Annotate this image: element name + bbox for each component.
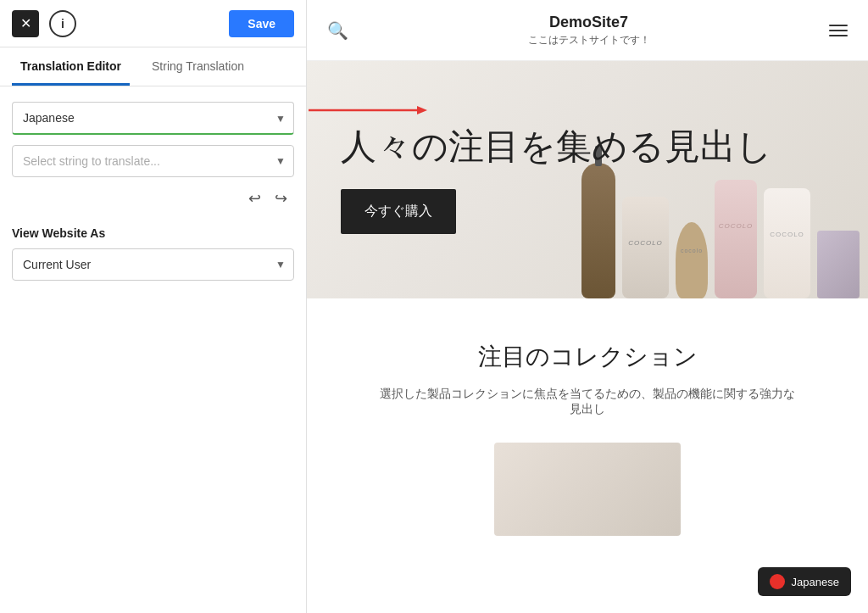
site-header: 🔍 DemoSite7 ここはテストサイトです！ <box>307 0 868 61</box>
language-dropdown[interactable]: Japanese English French Spanish <box>12 102 294 135</box>
site-subtitle: ここはテストサイトです！ <box>528 33 650 47</box>
flag-icon <box>770 574 785 589</box>
hero-heading: 人々の注目を集める見出し <box>341 125 772 168</box>
site-title: DemoSite7 <box>528 14 650 31</box>
undo-redo-row: ↩ ↪ <box>12 187 294 209</box>
view-label: View Website As <box>12 226 294 240</box>
search-icon[interactable]: 🔍 <box>327 20 348 41</box>
tabs: Translation Editor String Translation <box>0 47 306 86</box>
redo-button[interactable]: ↪ <box>271 187 291 209</box>
panel-content: Japanese English French Spanish ▼ Select… <box>0 86 306 296</box>
collection-title: 注目のコレクション <box>327 341 848 373</box>
language-badge[interactable]: Japanese <box>758 567 851 596</box>
view-section: View Website As Current User Logged Out … <box>12 226 294 281</box>
view-dropdown-wrapper: Current User Logged Out User Admin ▼ <box>12 248 294 281</box>
save-button[interactable]: Save <box>229 10 294 37</box>
top-bar: ✕ i Save <box>0 0 306 47</box>
header-center: DemoSite7 ここはテストサイトです！ <box>528 14 650 47</box>
hero-cta-button[interactable]: 今すぐ購入 <box>341 189 456 234</box>
string-dropdown[interactable]: Select string to translate... <box>12 145 294 177</box>
hero-text-area: 人々の注目を集める見出し 今すぐ購入 <box>307 125 806 233</box>
view-dropdown[interactable]: Current User Logged Out User Admin <box>12 248 294 281</box>
tab-string-translation[interactable]: String Translation <box>143 47 253 86</box>
language-dropdown-wrapper: Japanese English French Spanish ▼ <box>12 102 294 135</box>
site-preview: 🔍 DemoSite7 ここはテストサイトです！ 人々の注目を集める見出し 今す… <box>307 0 868 613</box>
hero-section: 人々の注目を集める見出し 今すぐ購入 COCOLO cocolo COCOLO … <box>307 61 868 298</box>
close-button[interactable]: ✕ <box>12 10 39 37</box>
collection-description: 選択した製品コレクションに焦点を当てるための、製品の機能に関する強力な見出し <box>376 387 799 417</box>
collection-section: 注目のコレクション 選択した製品コレクションに焦点を当てるための、製品の機能に関… <box>307 298 868 561</box>
string-dropdown-wrapper: Select string to translate... ▼ <box>12 145 294 177</box>
hamburger-icon[interactable] <box>829 25 848 36</box>
translation-panel: ✕ i Save Translation Editor String Trans… <box>0 0 307 613</box>
info-button[interactable]: i <box>49 10 76 37</box>
collection-image <box>494 443 681 536</box>
tab-translation-editor[interactable]: Translation Editor <box>12 47 130 86</box>
language-badge-label: Japanese <box>792 576 839 588</box>
product-bottle-6 <box>817 231 860 298</box>
undo-button[interactable]: ↩ <box>245 187 264 209</box>
